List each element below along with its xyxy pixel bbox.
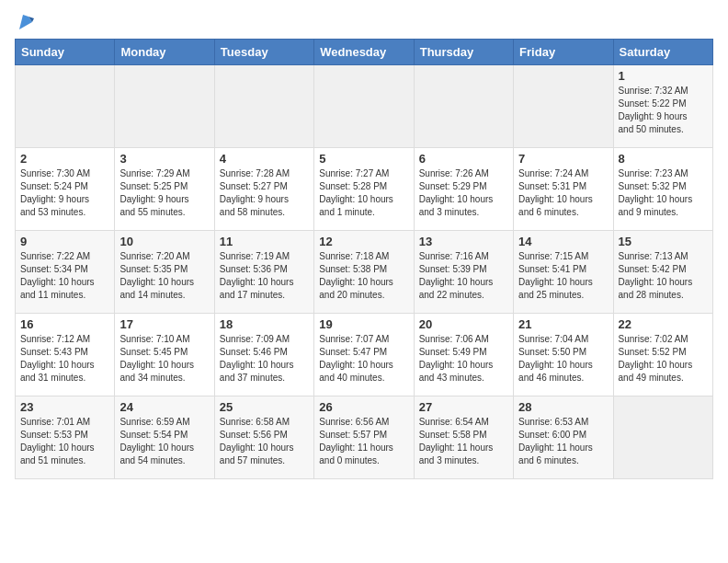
calendar-cell: 16Sunrise: 7:12 AM Sunset: 5:43 PM Dayli… [16,314,115,396]
calendar-body: 1Sunrise: 7:32 AM Sunset: 5:22 PM Daylig… [16,65,713,479]
calendar-cell: 28Sunrise: 6:53 AM Sunset: 6:00 PM Dayli… [514,396,613,479]
day-number: 21 [518,317,608,331]
day-number: 1 [619,69,708,83]
calendar-cell: 21Sunrise: 7:04 AM Sunset: 5:50 PM Dayli… [514,314,613,396]
day-number: 2 [20,152,109,166]
calendar-cell: 23Sunrise: 7:01 AM Sunset: 5:53 PM Dayli… [16,396,115,479]
weekday-header-monday: Monday [115,40,214,65]
day-number: 28 [518,400,608,414]
day-info: Sunrise: 7:19 AM Sunset: 5:36 PM Dayligh… [220,250,309,302]
calendar-cell: 9Sunrise: 7:22 AM Sunset: 5:34 PM Daylig… [16,231,115,314]
calendar-cell: 11Sunrise: 7:19 AM Sunset: 5:36 PM Dayli… [214,231,313,314]
day-info: Sunrise: 7:29 AM Sunset: 5:25 PM Dayligh… [119,167,209,219]
calendar-cell: 14Sunrise: 7:15 AM Sunset: 5:41 PM Dayli… [514,231,613,314]
day-info: Sunrise: 7:13 AM Sunset: 5:42 PM Dayligh… [619,250,708,302]
day-number: 15 [619,235,708,248]
day-number: 9 [20,235,109,248]
day-info: Sunrise: 7:22 AM Sunset: 5:34 PM Dayligh… [20,250,109,302]
calendar-week-5: 23Sunrise: 7:01 AM Sunset: 5:53 PM Dayli… [16,396,713,479]
day-number: 7 [518,152,608,166]
day-info: Sunrise: 6:53 AM Sunset: 6:00 PM Dayligh… [518,416,608,467]
calendar-cell [115,65,214,148]
calendar-cell: 15Sunrise: 7:13 AM Sunset: 5:42 PM Dayli… [613,231,712,314]
svg-marker-0 [19,15,32,29]
calendar-cell: 7Sunrise: 7:24 AM Sunset: 5:31 PM Daylig… [514,148,613,231]
calendar-cell [16,65,115,148]
day-info: Sunrise: 7:23 AM Sunset: 5:32 PM Dayligh… [619,167,708,219]
day-info: Sunrise: 7:18 AM Sunset: 5:38 PM Dayligh… [319,250,408,302]
day-number: 5 [319,152,408,166]
day-info: Sunrise: 7:04 AM Sunset: 5:50 PM Dayligh… [518,333,608,385]
weekday-header-thursday: Thursday [414,40,513,65]
day-number: 19 [319,317,408,331]
day-number: 23 [20,400,109,414]
weekday-header-wednesday: Wednesday [314,40,414,65]
calendar-cell: 5Sunrise: 7:27 AM Sunset: 5:28 PM Daylig… [314,148,414,231]
calendar-week-1: 1Sunrise: 7:32 AM Sunset: 5:22 PM Daylig… [16,65,713,148]
calendar-cell: 26Sunrise: 6:56 AM Sunset: 5:57 PM Dayli… [314,396,414,479]
day-info: Sunrise: 7:02 AM Sunset: 5:52 PM Dayligh… [619,333,708,385]
page-header [15,15,713,29]
day-info: Sunrise: 7:30 AM Sunset: 5:24 PM Dayligh… [20,167,109,219]
calendar-cell: 1Sunrise: 7:32 AM Sunset: 5:22 PM Daylig… [613,65,712,148]
day-number: 20 [419,317,508,331]
calendar-cell: 8Sunrise: 7:23 AM Sunset: 5:32 PM Daylig… [613,148,712,231]
logo [15,15,36,29]
day-number: 11 [220,235,309,248]
calendar-cell: 18Sunrise: 7:09 AM Sunset: 5:46 PM Dayli… [214,314,313,396]
weekday-header-saturday: Saturday [613,40,712,65]
calendar-cell: 4Sunrise: 7:28 AM Sunset: 5:27 PM Daylig… [214,148,313,231]
day-number: 24 [119,400,209,414]
calendar-cell: 17Sunrise: 7:10 AM Sunset: 5:45 PM Dayli… [115,314,214,396]
day-info: Sunrise: 7:01 AM Sunset: 5:53 PM Dayligh… [20,416,109,467]
day-number: 16 [20,317,109,331]
day-info: Sunrise: 6:58 AM Sunset: 5:56 PM Dayligh… [220,416,309,467]
calendar-cell: 20Sunrise: 7:06 AM Sunset: 5:49 PM Dayli… [414,314,513,396]
day-info: Sunrise: 6:59 AM Sunset: 5:54 PM Dayligh… [119,416,209,467]
day-info: Sunrise: 7:27 AM Sunset: 5:28 PM Dayligh… [319,167,408,219]
weekday-header-tuesday: Tuesday [214,40,313,65]
logo-icon [16,13,36,33]
calendar-header-row: SundayMondayTuesdayWednesdayThursdayFrid… [16,40,713,65]
calendar-week-4: 16Sunrise: 7:12 AM Sunset: 5:43 PM Dayli… [16,314,713,396]
weekday-header-friday: Friday [514,40,613,65]
day-number: 25 [220,400,309,414]
day-info: Sunrise: 7:06 AM Sunset: 5:49 PM Dayligh… [419,333,508,385]
day-number: 13 [419,235,508,248]
day-info: Sunrise: 7:20 AM Sunset: 5:35 PM Dayligh… [119,250,209,302]
day-number: 27 [419,400,508,414]
weekday-header-sunday: Sunday [16,40,115,65]
day-number: 22 [619,317,708,331]
day-info: Sunrise: 6:54 AM Sunset: 5:58 PM Dayligh… [419,416,508,467]
calendar-cell: 2Sunrise: 7:30 AM Sunset: 5:24 PM Daylig… [16,148,115,231]
day-info: Sunrise: 7:16 AM Sunset: 5:39 PM Dayligh… [419,250,508,302]
calendar-cell: 10Sunrise: 7:20 AM Sunset: 5:35 PM Dayli… [115,231,214,314]
day-number: 18 [220,317,309,331]
calendar-cell [613,396,712,479]
calendar-cell: 6Sunrise: 7:26 AM Sunset: 5:29 PM Daylig… [414,148,513,231]
day-number: 14 [518,235,608,248]
day-info: Sunrise: 7:10 AM Sunset: 5:45 PM Dayligh… [119,333,209,385]
day-info: Sunrise: 7:26 AM Sunset: 5:29 PM Dayligh… [419,167,508,219]
calendar-cell [214,65,313,148]
calendar-cell: 19Sunrise: 7:07 AM Sunset: 5:47 PM Dayli… [314,314,414,396]
day-number: 26 [319,400,408,414]
calendar-cell: 13Sunrise: 7:16 AM Sunset: 5:39 PM Dayli… [414,231,513,314]
day-info: Sunrise: 7:24 AM Sunset: 5:31 PM Dayligh… [518,167,608,219]
day-info: Sunrise: 6:56 AM Sunset: 5:57 PM Dayligh… [319,416,408,467]
calendar-cell: 24Sunrise: 6:59 AM Sunset: 5:54 PM Dayli… [115,396,214,479]
calendar-week-2: 2Sunrise: 7:30 AM Sunset: 5:24 PM Daylig… [16,148,713,231]
calendar-week-3: 9Sunrise: 7:22 AM Sunset: 5:34 PM Daylig… [16,231,713,314]
day-info: Sunrise: 7:32 AM Sunset: 5:22 PM Dayligh… [619,85,708,136]
day-number: 17 [119,317,209,331]
day-number: 12 [319,235,408,248]
calendar-cell [414,65,513,148]
day-info: Sunrise: 7:15 AM Sunset: 5:41 PM Dayligh… [518,250,608,302]
day-number: 3 [119,152,209,166]
calendar-cell: 27Sunrise: 6:54 AM Sunset: 5:58 PM Dayli… [414,396,513,479]
day-number: 10 [119,235,209,248]
day-number: 8 [619,152,708,166]
calendar-cell: 25Sunrise: 6:58 AM Sunset: 5:56 PM Dayli… [214,396,313,479]
calendar-cell: 22Sunrise: 7:02 AM Sunset: 5:52 PM Dayli… [613,314,712,396]
day-info: Sunrise: 7:09 AM Sunset: 5:46 PM Dayligh… [220,333,309,385]
